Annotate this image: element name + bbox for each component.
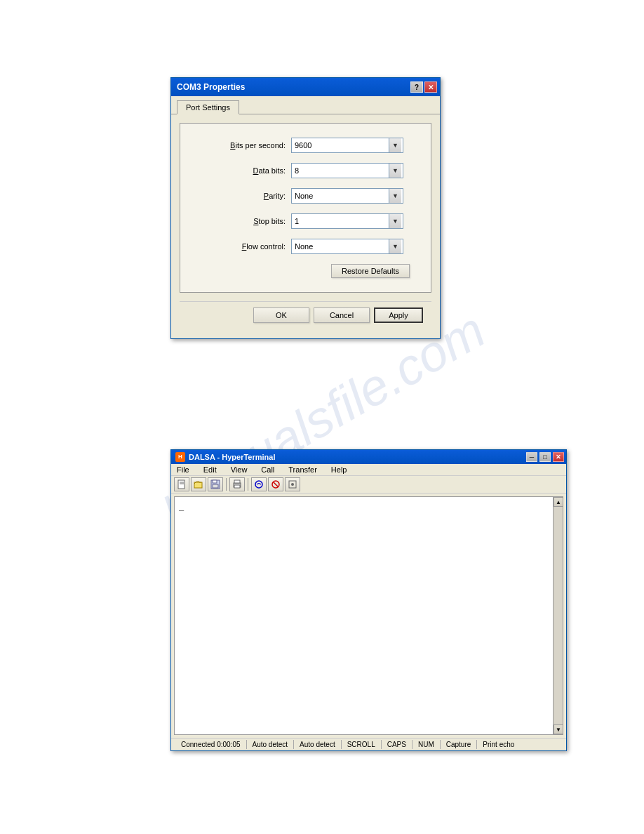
label-data-bits: Data bits:: [201, 166, 286, 175]
toolbar-print-button[interactable]: [229, 477, 245, 491]
status-auto-detect-1: Auto detect: [247, 740, 295, 749]
ht-menubar: File Edit View Call Transfer Help: [171, 464, 566, 476]
svg-point-14: [291, 483, 294, 486]
cancel-button[interactable]: Cancel: [314, 307, 370, 323]
apply-button[interactable]: Apply: [374, 307, 423, 323]
ht-scrollbar[interactable]: ▲ ▼: [553, 497, 563, 734]
menu-transfer[interactable]: Transfer: [286, 465, 320, 475]
status-auto-detect-2: Auto detect: [294, 740, 342, 749]
ht-scroll-down-button[interactable]: ▼: [554, 724, 563, 734]
arrow-parity: ▼: [389, 189, 401, 203]
ht-scroll-up-button[interactable]: ▲: [554, 497, 563, 507]
com3-properties-dialog: COM3 Properties ? ✕ Port Settings Bits p…: [170, 77, 441, 339]
value-parity: None: [295, 192, 389, 200]
select-parity[interactable]: None ▼: [291, 188, 403, 204]
com3-titlebar-buttons: ? ✕: [410, 81, 437, 93]
toolbar-new-button[interactable]: [174, 477, 189, 491]
svg-point-10: [255, 481, 262, 488]
ht-title: DALSA - HyperTerminal: [189, 453, 275, 461]
port-settings-panel: Bits per second: 9600 ▼ Data bits: 8 ▼ P…: [180, 123, 431, 293]
com3-titlebar: COM3 Properties ? ✕: [171, 78, 440, 96]
ht-title-left: H DALSA - HyperTerminal: [175, 452, 275, 462]
svg-rect-3: [194, 482, 202, 488]
toolbar-save-button[interactable]: [208, 477, 223, 491]
value-data-bits: 8: [295, 166, 389, 175]
field-row-stop-bits: Stop bits: 1 ▼: [201, 213, 410, 229]
status-num: NUM: [412, 740, 441, 749]
status-connected: Connected 0:00:05: [175, 740, 247, 749]
ht-toolbar: [171, 476, 566, 494]
arrow-flow-control: ▼: [389, 239, 401, 253]
toolbar-properties-button[interactable]: [285, 477, 300, 491]
status-print-echo: Print echo: [477, 740, 520, 749]
status-capture: Capture: [441, 740, 478, 749]
tab-port-settings[interactable]: Port Settings: [177, 100, 239, 114]
com3-tabs: Port Settings: [171, 96, 440, 114]
select-data-bits[interactable]: 8 ▼: [291, 163, 403, 178]
toolbar-separator-2: [248, 478, 248, 491]
menu-file[interactable]: File: [174, 465, 192, 475]
ht-titlebar: H DALSA - HyperTerminal ─ □ ✕: [171, 450, 566, 464]
ht-terminal-area[interactable]: _ ▲ ▼: [174, 496, 563, 735]
field-row-flow-control: Flow control: None ▼: [201, 239, 410, 254]
svg-rect-5: [213, 480, 217, 483]
toolbar-separator-1: [226, 478, 227, 491]
com3-bottom-buttons: OK Cancel Apply: [180, 301, 431, 330]
ht-cursor: _: [179, 501, 184, 511]
toolbar-connect-button[interactable]: [251, 477, 267, 491]
arrow-data-bits: ▼: [389, 164, 401, 178]
com3-help-button[interactable]: ?: [410, 81, 423, 93]
label-flow-control: Flow control:: [201, 242, 286, 251]
svg-rect-6: [213, 484, 218, 488]
arrow-stop-bits: ▼: [389, 214, 401, 228]
ht-close-button[interactable]: ✕: [553, 452, 564, 462]
select-bits-per-second[interactable]: 9600 ▼: [291, 138, 403, 153]
svg-rect-8: [234, 480, 240, 483]
field-row-parity: Parity: None ▼: [201, 188, 410, 204]
value-bits-per-second: 9600: [295, 141, 389, 150]
ht-window-buttons: ─ □ ✕: [525, 452, 564, 462]
menu-view[interactable]: View: [228, 465, 250, 475]
svg-rect-9: [234, 485, 240, 488]
label-stop-bits: Stop bits:: [201, 217, 286, 225]
menu-call[interactable]: Call: [258, 465, 277, 475]
ok-button[interactable]: OK: [253, 307, 309, 323]
value-stop-bits: 1: [295, 217, 389, 225]
status-scroll: SCROLL: [342, 740, 382, 749]
value-flow-control: None: [295, 242, 389, 251]
field-row-bits-per-second: Bits per second: 9600 ▼: [201, 138, 410, 153]
select-stop-bits[interactable]: 1 ▼: [291, 213, 403, 229]
toolbar-open-button[interactable]: [191, 477, 206, 491]
select-flow-control[interactable]: None ▼: [291, 239, 403, 254]
svg-rect-0: [178, 480, 185, 489]
toolbar-disconnect-button[interactable]: [268, 477, 283, 491]
menu-edit[interactable]: Edit: [201, 465, 220, 475]
ht-app-icon: H: [175, 452, 185, 462]
restore-defaults-button[interactable]: Restore Defaults: [331, 264, 410, 278]
status-caps: CAPS: [382, 740, 412, 749]
com3-close-button[interactable]: ✕: [424, 81, 437, 93]
ht-statusbar: Connected 0:00:05 Auto detect Auto detec…: [171, 738, 566, 750]
hyperterminal-window: H DALSA - HyperTerminal ─ □ ✕ File Edit …: [170, 449, 567, 751]
ht-minimize-button[interactable]: ─: [526, 452, 537, 462]
ht-maximize-button[interactable]: □: [539, 452, 551, 462]
restore-defaults-row: Restore Defaults: [201, 264, 410, 278]
arrow-bits-per-second: ▼: [389, 138, 401, 152]
com3-content: Bits per second: 9600 ▼ Data bits: 8 ▼ P…: [171, 114, 440, 338]
label-bits-per-second: Bits per second:: [201, 141, 286, 150]
svg-line-12: [274, 482, 278, 486]
com3-title: COM3 Properties: [177, 82, 245, 92]
menu-help[interactable]: Help: [328, 465, 350, 475]
ht-scroll-track: [554, 507, 563, 724]
field-row-data-bits: Data bits: 8 ▼: [201, 163, 410, 178]
label-parity: Parity:: [201, 192, 286, 200]
